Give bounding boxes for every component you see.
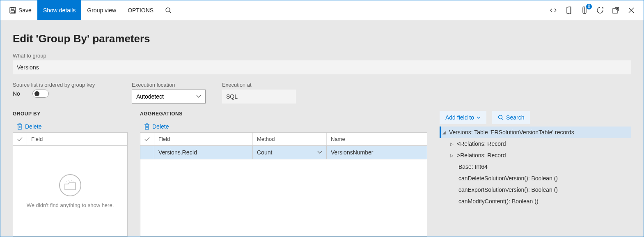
ordered-toggle[interactable] [32, 90, 49, 98]
agg-method-header[interactable]: Method [253, 133, 327, 145]
agg-name-header[interactable]: Name [327, 133, 427, 145]
svg-line-14 [502, 119, 503, 120]
add-field-label: Add field to [445, 114, 474, 121]
chevron-down-icon [317, 151, 322, 154]
agg-check-header[interactable] [140, 133, 154, 145]
svg-point-11 [71, 180, 72, 181]
groupby-empty: We didn't find anything to show here. [13, 146, 127, 236]
tree-leaf-label: Base: Int64 [458, 163, 488, 170]
svg-point-8 [66, 181, 67, 182]
svg-rect-1 [11, 7, 14, 9]
svg-point-10 [69, 181, 70, 182]
expander-icon[interactable]: ◢ [442, 130, 447, 135]
toolbar: Save Show details Group view OPTIONS 0 [0, 0, 644, 20]
chevron-down-icon [477, 116, 481, 119]
tree-section: Add field to Search ◢ Versions: Table 'E… [440, 111, 631, 237]
empty-state-icon [59, 174, 81, 196]
tree-relations-in[interactable]: ▷ <Relations: Record [440, 138, 631, 150]
groupby-section: GROUP BY Delete Field We didn't find any… [13, 111, 128, 237]
svg-point-3 [166, 8, 170, 12]
group-view-button[interactable]: Group view [81, 0, 122, 20]
options-button[interactable]: OPTIONS [122, 0, 159, 20]
options-label: OPTIONS [128, 7, 154, 14]
exec-at-label: Execution at [222, 82, 296, 88]
tree-leaf-label: canDeleteSolutionVersion(): Boolean () [458, 175, 558, 182]
exec-location-select[interactable]: Autodetect [132, 90, 206, 104]
search-icon [165, 7, 172, 14]
check-icon [17, 137, 23, 142]
agg-delete-button[interactable]: Delete [140, 121, 427, 132]
tree-leaf[interactable]: canDeleteSolutionVersion(): Boolean () [440, 173, 631, 184]
tree-view: ◢ Versions: Table 'ERSolutionVersionTabl… [440, 127, 631, 237]
tree-search-button[interactable]: Search [492, 111, 530, 124]
save-icon [9, 7, 16, 14]
chevron-down-icon [196, 95, 201, 98]
exec-at-value: SQL [222, 90, 296, 104]
ordered-label: Source list is ordered by group key [13, 82, 115, 88]
refresh-icon[interactable] [596, 6, 604, 14]
search-toolbar-button[interactable] [159, 0, 177, 20]
aggregations-section: AGGREGATIONS Delete Field Method Name Ve… [140, 111, 427, 237]
groupby-field-header[interactable]: Field [27, 133, 127, 145]
tree-relations-in-label: <Relations: Record [457, 140, 506, 147]
expander-icon[interactable]: ▷ [450, 142, 454, 146]
add-field-button[interactable]: Add field to [440, 111, 486, 124]
agg-delete-label: Delete [152, 123, 169, 130]
agg-grid: Field Method Name Versions.RecId Count V… [140, 132, 427, 237]
agg-title: AGGREGATIONS [140, 111, 427, 117]
tree-root-node[interactable]: ◢ Versions: Table 'ERSolutionVersionTabl… [440, 127, 631, 138]
popout-icon[interactable] [612, 6, 620, 14]
show-details-button[interactable]: Show details [37, 0, 81, 20]
agg-row-method-value: Count [257, 149, 272, 156]
tree-leaf-label: canExportSolutionVersion(): Boolean () [458, 186, 558, 193]
attachments-badge: 0 [586, 4, 592, 9]
search-icon [498, 115, 504, 120]
agg-field-header[interactable]: Field [154, 133, 253, 145]
group-view-label: Group view [87, 7, 116, 14]
expander-icon[interactable]: ▷ [450, 153, 454, 158]
groupby-empty-text: We didn't find anything to show here. [27, 202, 114, 208]
close-icon[interactable] [627, 6, 635, 14]
agg-row[interactable]: Versions.RecId Count VersionsNumber [140, 146, 427, 159]
ordered-group: Source list is ordered by group key No [13, 82, 115, 104]
attachments-icon[interactable]: 0 [580, 6, 589, 14]
agg-row-name[interactable]: VersionsNumber [327, 146, 427, 159]
tree-leaf[interactable]: Base: Int64 [440, 161, 631, 173]
show-details-label: Show details [43, 7, 76, 14]
agg-row-method[interactable]: Count [253, 146, 327, 159]
tree-leaf-label: canModifyContent(): Boolean () [458, 198, 539, 205]
svg-rect-2 [11, 11, 15, 13]
office-icon[interactable] [565, 6, 573, 14]
ordered-value: No [13, 90, 20, 97]
agg-grid-header: Field Method Name [140, 133, 427, 146]
exec-location-value: Autodetect [136, 93, 164, 100]
toolbar-right: 0 [549, 6, 640, 14]
tree-relations-out[interactable]: ▷ >Relations: Record [440, 150, 631, 161]
tree-search-label: Search [506, 114, 524, 121]
svg-line-4 [170, 12, 171, 13]
exec-at-group: Execution at SQL [222, 82, 296, 104]
what-to-group-input[interactable] [13, 60, 631, 74]
svg-point-9 [68, 180, 69, 181]
groupby-check-header[interactable] [13, 133, 27, 145]
main-content: Edit 'Group By' parameters What to group… [0, 20, 644, 237]
svg-point-13 [499, 115, 502, 119]
trash-icon [17, 123, 23, 130]
tree-actions: Add field to Search [440, 111, 631, 124]
tree-leaf[interactable]: canExportSolutionVersion(): Boolean () [440, 184, 631, 196]
agg-row-check[interactable] [140, 146, 154, 159]
svg-point-12 [73, 181, 73, 182]
groupby-delete-label: Delete [25, 123, 41, 130]
tree-leaf[interactable]: canModifyContent(): Boolean () [440, 196, 631, 207]
exec-location-label: Execution location [132, 82, 206, 88]
save-button[interactable]: Save [4, 0, 37, 20]
tree-root-label: Versions: Table 'ERSolutionVersionTable'… [449, 129, 574, 136]
agg-row-field[interactable]: Versions.RecId [154, 146, 253, 159]
what-to-group-label: What to group [13, 53, 631, 59]
groupby-grid-header: Field [13, 133, 127, 146]
check-icon [144, 137, 150, 142]
groupby-delete-button[interactable]: Delete [13, 121, 128, 132]
groupby-grid: Field We didn't find anything to show he… [13, 132, 128, 237]
connector-icon[interactable] [549, 6, 557, 14]
tree-relations-out-label: >Relations: Record [457, 152, 506, 159]
